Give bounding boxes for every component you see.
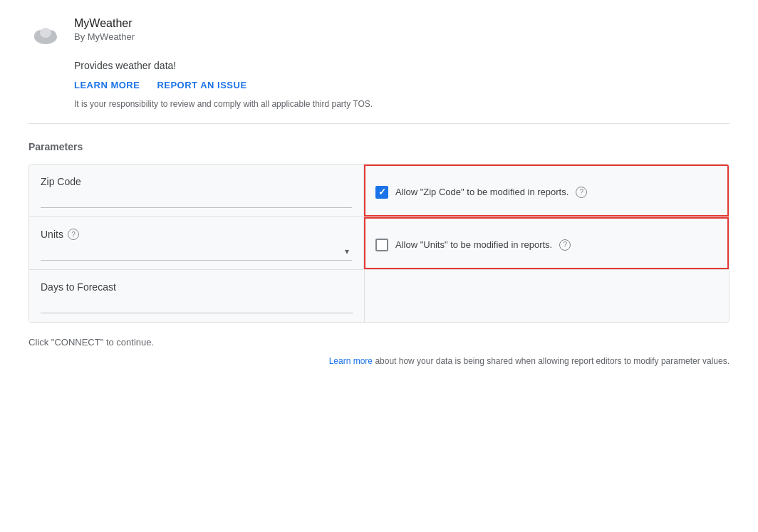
action-links: LEARN MORE REPORT AN ISSUE [74, 80, 730, 90]
svg-point-3 [40, 28, 51, 38]
learn-more-footer-link[interactable]: Learn more [329, 356, 373, 366]
units-dropdown[interactable] [41, 246, 352, 261]
units-label: Units [41, 229, 63, 240]
parameters-table: Zip Code ✓ Allow "Zip Code" to be modifi… [28, 164, 730, 323]
units-allow-help-icon[interactable]: ? [559, 239, 571, 251]
parameters-section: Parameters Zip Code ✓ Allow "Zip Code" [28, 141, 730, 323]
zip-code-allow-label: Allow "Zip Code" to be modified in repor… [395, 187, 568, 197]
app-description: Provides weather data! [74, 60, 730, 71]
table-row: Zip Code ✓ Allow "Zip Code" to be modifi… [29, 165, 729, 217]
table-row: Units ? ▾ Allow "Units" to be modif [29, 217, 729, 270]
learn-more-footer: Learn more about how your data is being … [28, 356, 730, 366]
report-issue-link[interactable]: REPORT AN ISSUE [157, 80, 246, 90]
app-subtitle: By MyWeather [74, 31, 135, 42]
learn-more-link[interactable]: LEARN MORE [74, 80, 140, 90]
units-checkbox-container: Allow "Units" to be modified in reports.… [375, 239, 571, 251]
zip-code-help-icon[interactable]: ? [576, 187, 587, 198]
header-section: MyWeather By MyWeather [28, 17, 730, 51]
days-label: Days to Forecast [41, 281, 116, 293]
page-container: MyWeather By MyWeather Provides weather … [0, 0, 758, 395]
zip-code-checkbox[interactable]: ✓ [375, 186, 388, 199]
units-allow-label: Allow "Units" to be modified in reports. [395, 239, 552, 250]
divider [28, 123, 730, 124]
zip-code-right: ✓ Allow "Zip Code" to be modified in rep… [364, 165, 729, 217]
app-icon [28, 17, 63, 51]
zip-code-label: Zip Code [41, 176, 81, 187]
zip-code-input[interactable] [41, 193, 352, 208]
zip-code-left: Zip Code [29, 165, 364, 217]
parameters-title: Parameters [28, 141, 730, 152]
zip-code-checkbox-container: ✓ Allow "Zip Code" to be modified in rep… [375, 186, 587, 199]
days-left: Days to Forecast [29, 270, 364, 322]
learn-more-footer-suffix: about how your data is being shared when… [373, 356, 730, 366]
days-input[interactable] [41, 298, 353, 313]
header-text: MyWeather By MyWeather [74, 17, 135, 42]
connect-hint: Click "CONNECT" to continue. [28, 337, 730, 348]
app-title: MyWeather [74, 17, 135, 30]
footer-section: Click "CONNECT" to continue. Learn more … [28, 337, 730, 366]
check-icon: ✓ [378, 187, 386, 197]
units-checkbox[interactable] [375, 239, 388, 251]
units-dropdown-wrapper: ▾ [41, 246, 352, 261]
days-label-row: Days to Forecast [41, 281, 353, 293]
units-right: Allow "Units" to be modified in reports.… [364, 217, 729, 269]
table-row: Days to Forecast [29, 270, 729, 322]
days-right [364, 270, 729, 322]
units-label-row: Units ? [41, 229, 352, 240]
units-left: Units ? ▾ [29, 217, 364, 269]
units-help-icon[interactable]: ? [68, 229, 79, 240]
tos-text: It is your responsibility to review and … [74, 99, 730, 109]
zip-code-label-row: Zip Code [41, 176, 352, 187]
